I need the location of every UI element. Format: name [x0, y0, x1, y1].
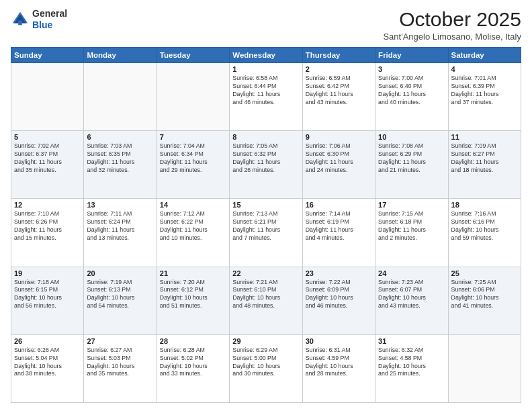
table-row: 15Sunrise: 7:13 AM Sunset: 6:21 PM Dayli…: [230, 199, 302, 267]
day-info: Sunrise: 7:21 AM Sunset: 6:10 PM Dayligh…: [232, 279, 299, 311]
table-row: 23Sunrise: 7:22 AM Sunset: 6:09 PM Dayli…: [302, 267, 375, 334]
day-info: Sunrise: 6:26 AM Sunset: 5:04 PM Dayligh…: [14, 347, 81, 379]
table-row: 5Sunrise: 7:02 AM Sunset: 6:37 PM Daylig…: [11, 131, 84, 199]
table-row: [11, 63, 84, 131]
day-info: Sunrise: 7:15 AM Sunset: 6:18 PM Dayligh…: [378, 210, 445, 242]
day-number: 11: [451, 133, 518, 141]
day-info: Sunrise: 7:09 AM Sunset: 6:27 PM Dayligh…: [451, 142, 518, 175]
day-info: Sunrise: 7:19 AM Sunset: 6:13 PM Dayligh…: [87, 279, 153, 311]
day-info: Sunrise: 7:05 AM Sunset: 6:32 PM Dayligh…: [232, 142, 299, 175]
table-row: 20Sunrise: 7:19 AM Sunset: 6:13 PM Dayli…: [84, 267, 157, 334]
col-friday: Friday: [375, 48, 448, 63]
table-row: 31Sunrise: 6:32 AM Sunset: 4:58 PM Dayli…: [375, 334, 448, 402]
logo-general: General: [32, 8, 67, 19]
day-info: Sunrise: 6:31 AM Sunset: 4:59 PM Dayligh…: [306, 347, 372, 379]
day-info: Sunrise: 7:11 AM Sunset: 6:24 PM Dayligh…: [87, 210, 153, 242]
day-info: Sunrise: 7:01 AM Sunset: 6:39 PM Dayligh…: [451, 75, 518, 107]
day-number: 31: [378, 337, 445, 345]
day-info: Sunrise: 6:58 AM Sunset: 6:44 PM Dayligh…: [232, 75, 299, 107]
day-info: Sunrise: 7:14 AM Sunset: 6:19 PM Dayligh…: [306, 210, 372, 242]
logo: General Blue: [11, 8, 67, 31]
day-info: Sunrise: 7:10 AM Sunset: 6:26 PM Dayligh…: [14, 210, 81, 242]
table-row: 28Sunrise: 6:28 AM Sunset: 5:02 PM Dayli…: [157, 334, 229, 402]
table-row: 8Sunrise: 7:05 AM Sunset: 6:32 PM Daylig…: [230, 131, 302, 199]
day-number: 16: [306, 201, 372, 209]
col-saturday: Saturday: [448, 48, 521, 63]
table-row: 26Sunrise: 6:26 AM Sunset: 5:04 PM Dayli…: [11, 334, 84, 402]
day-number: 14: [160, 201, 226, 209]
table-row: 30Sunrise: 6:31 AM Sunset: 4:59 PM Dayli…: [302, 334, 375, 402]
day-number: 21: [160, 269, 226, 277]
day-number: 13: [87, 201, 153, 209]
day-number: 10: [378, 133, 445, 141]
table-row: [448, 334, 521, 402]
day-info: Sunrise: 7:12 AM Sunset: 6:22 PM Dayligh…: [160, 210, 226, 242]
day-info: Sunrise: 6:28 AM Sunset: 5:02 PM Dayligh…: [160, 347, 226, 379]
table-row: 14Sunrise: 7:12 AM Sunset: 6:22 PM Dayli…: [157, 199, 229, 267]
table-row: 13Sunrise: 7:11 AM Sunset: 6:24 PM Dayli…: [84, 199, 157, 267]
svg-rect-2: [18, 20, 22, 25]
day-number: 30: [306, 337, 372, 345]
table-row: 27Sunrise: 6:27 AM Sunset: 5:03 PM Dayli…: [84, 334, 157, 402]
day-number: 19: [14, 269, 81, 277]
table-row: 16Sunrise: 7:14 AM Sunset: 6:19 PM Dayli…: [302, 199, 375, 267]
day-info: Sunrise: 6:32 AM Sunset: 4:58 PM Dayligh…: [378, 347, 445, 379]
day-number: 23: [306, 269, 372, 277]
table-row: [157, 63, 229, 131]
table-row: 12Sunrise: 7:10 AM Sunset: 6:26 PM Dayli…: [11, 199, 84, 267]
day-info: Sunrise: 7:20 AM Sunset: 6:12 PM Dayligh…: [160, 279, 226, 311]
day-number: 20: [87, 269, 153, 277]
day-info: Sunrise: 7:22 AM Sunset: 6:09 PM Dayligh…: [306, 279, 372, 311]
table-row: 19Sunrise: 7:18 AM Sunset: 6:15 PM Dayli…: [11, 267, 84, 334]
table-row: 3Sunrise: 7:00 AM Sunset: 6:40 PM Daylig…: [375, 63, 448, 131]
day-info: Sunrise: 7:08 AM Sunset: 6:29 PM Dayligh…: [378, 142, 445, 175]
day-number: 2: [306, 65, 372, 73]
location: Sant'Angelo Limosano, Molise, Italy: [383, 32, 521, 42]
title-block: October 2025 Sant'Angelo Limosano, Molis…: [383, 8, 521, 42]
day-number: 6: [87, 133, 153, 141]
day-number: 26: [14, 337, 81, 345]
logo-icon: [11, 10, 30, 29]
day-number: 12: [14, 201, 81, 209]
table-row: 6Sunrise: 7:03 AM Sunset: 6:35 PM Daylig…: [84, 131, 157, 199]
calendar-week-3: 12Sunrise: 7:10 AM Sunset: 6:26 PM Dayli…: [11, 199, 521, 267]
table-row: 21Sunrise: 7:20 AM Sunset: 6:12 PM Dayli…: [157, 267, 229, 334]
day-info: Sunrise: 7:02 AM Sunset: 6:37 PM Dayligh…: [14, 142, 81, 175]
table-row: 11Sunrise: 7:09 AM Sunset: 6:27 PM Dayli…: [448, 131, 521, 199]
day-info: Sunrise: 7:25 AM Sunset: 6:06 PM Dayligh…: [451, 279, 518, 311]
day-number: 22: [232, 269, 299, 277]
header: General Blue October 2025 Sant'Angelo Li…: [11, 8, 521, 42]
day-number: 29: [232, 337, 299, 345]
col-tuesday: Tuesday: [157, 48, 229, 63]
col-monday: Monday: [84, 48, 157, 63]
table-row: 2Sunrise: 6:59 AM Sunset: 6:42 PM Daylig…: [302, 63, 375, 131]
day-number: 1: [232, 65, 299, 73]
day-info: Sunrise: 7:16 AM Sunset: 6:16 PM Dayligh…: [451, 210, 518, 242]
table-row: 1Sunrise: 6:58 AM Sunset: 6:44 PM Daylig…: [230, 63, 302, 131]
day-info: Sunrise: 7:23 AM Sunset: 6:07 PM Dayligh…: [378, 279, 445, 311]
logo-text: General Blue: [32, 8, 67, 31]
day-info: Sunrise: 7:13 AM Sunset: 6:21 PM Dayligh…: [232, 210, 299, 242]
day-number: 27: [87, 337, 153, 345]
table-row: 25Sunrise: 7:25 AM Sunset: 6:06 PM Dayli…: [448, 267, 521, 334]
calendar-week-2: 5Sunrise: 7:02 AM Sunset: 6:37 PM Daylig…: [11, 131, 521, 199]
day-number: 9: [306, 133, 372, 141]
day-number: 28: [160, 337, 226, 345]
table-row: [84, 63, 157, 131]
col-wednesday: Wednesday: [230, 48, 302, 63]
day-number: 17: [378, 201, 445, 209]
day-number: 8: [232, 133, 299, 141]
day-info: Sunrise: 6:27 AM Sunset: 5:03 PM Dayligh…: [87, 347, 153, 379]
day-number: 7: [160, 133, 226, 141]
table-row: 29Sunrise: 6:29 AM Sunset: 5:00 PM Dayli…: [230, 334, 302, 402]
table-row: 22Sunrise: 7:21 AM Sunset: 6:10 PM Dayli…: [230, 267, 302, 334]
day-number: 24: [378, 269, 445, 277]
table-row: 18Sunrise: 7:16 AM Sunset: 6:16 PM Dayli…: [448, 199, 521, 267]
day-info: Sunrise: 7:18 AM Sunset: 6:15 PM Dayligh…: [14, 279, 81, 311]
day-number: 15: [232, 201, 299, 209]
day-number: 25: [451, 269, 518, 277]
day-number: 18: [451, 201, 518, 209]
col-thursday: Thursday: [302, 48, 375, 63]
calendar-week-4: 19Sunrise: 7:18 AM Sunset: 6:15 PM Dayli…: [11, 267, 521, 334]
calendar-table: Sunday Monday Tuesday Wednesday Thursday…: [11, 47, 521, 403]
